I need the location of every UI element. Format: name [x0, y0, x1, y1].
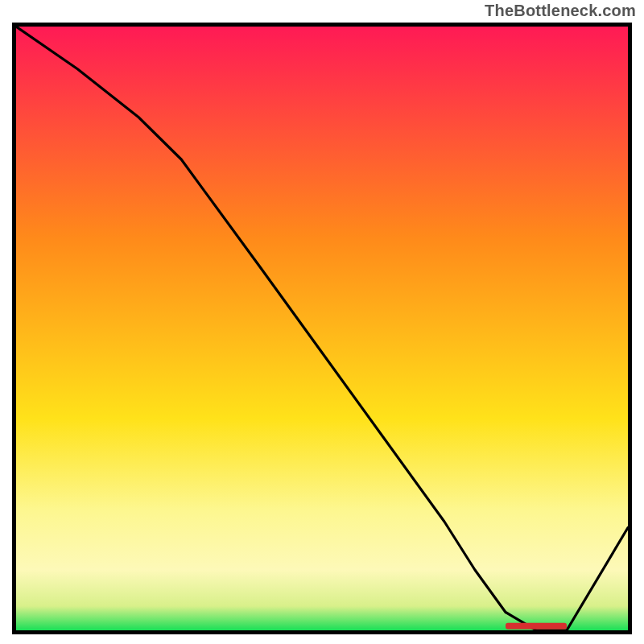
optimum-marker	[506, 623, 567, 630]
gradient-background	[16, 27, 628, 630]
plot-frame	[12, 23, 632, 634]
plot-svg	[16, 27, 628, 630]
chart-container: TheBottleneck.com	[0, 0, 644, 644]
attribution-text: TheBottleneck.com	[485, 2, 636, 20]
